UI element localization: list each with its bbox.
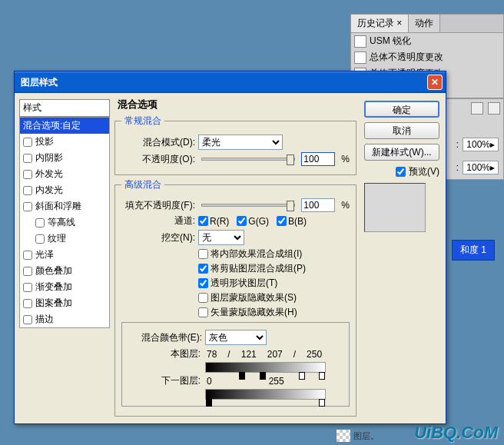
style-checkbox[interactable]	[23, 267, 32, 276]
layer-footer-text: 图层。	[353, 430, 379, 442]
history-step-icon	[354, 35, 366, 48]
opacity-input[interactable]	[301, 152, 335, 166]
dialog-title: 图层样式	[18, 76, 427, 89]
style-checkbox[interactable]	[23, 202, 32, 211]
channel-g-checkbox[interactable]	[237, 216, 247, 226]
history-step-icon	[354, 51, 366, 64]
style-inner-shadow[interactable]: 内阴影	[20, 150, 109, 166]
style-inner-glow[interactable]: 内发光	[20, 182, 109, 198]
preview-swatch	[364, 183, 426, 232]
channel-r-checkbox[interactable]	[198, 216, 208, 226]
style-checkbox[interactable]	[23, 251, 32, 260]
fill-opacity-input[interactable]	[301, 198, 335, 212]
history-item[interactable]: USM 锐化	[351, 33, 503, 49]
opacity-readout[interactable]: 100% ▸	[463, 138, 499, 151]
blend-options-title: 混合选项	[114, 98, 356, 111]
layer-style-dialog: 图层样式 ✕ 样式 混合选项:自定 投影 内阴影 外发光 内发光 斜面和浮雕 等…	[14, 71, 446, 424]
style-checkbox[interactable]	[23, 299, 32, 308]
this-layer-gradient[interactable]	[205, 362, 326, 373]
panel-icon[interactable]	[471, 102, 483, 115]
percent-label: %	[341, 154, 350, 164]
style-color-overlay[interactable]: 颜色叠加	[20, 263, 109, 279]
style-stroke[interactable]: 描边	[20, 311, 109, 327]
style-checkbox[interactable]	[23, 170, 32, 179]
knockout-label: 挖空(N):	[121, 231, 195, 244]
history-item[interactable]: 总体不透明度更改	[351, 49, 503, 65]
new-style-button[interactable]: 新建样式(W)...	[364, 144, 439, 161]
advanced-blend-legend: 高级混合	[121, 178, 164, 191]
styles-header: 样式	[19, 99, 110, 117]
style-checkbox[interactable]	[35, 218, 45, 227]
style-bevel-emboss[interactable]: 斜面和浮雕	[20, 198, 109, 214]
style-checkbox[interactable]	[23, 283, 32, 292]
this-layer-values: 78/121 207/250	[207, 349, 322, 360]
blendif-label: 混合颜色带(E):	[128, 331, 202, 344]
style-checkbox[interactable]	[23, 315, 32, 324]
style-checkbox[interactable]	[23, 138, 32, 147]
under-layer-label: 下一图层:	[151, 374, 201, 387]
general-blend-legend: 常规混合	[121, 115, 164, 128]
channel-b-checkbox[interactable]	[277, 216, 287, 226]
blend-mode-label: 混合模式(D):	[121, 136, 195, 149]
close-icon[interactable]: ✕	[427, 75, 443, 90]
preview-checkbox[interactable]	[396, 167, 406, 177]
style-contour[interactable]: 等高线	[20, 214, 109, 231]
style-pattern-overlay[interactable]: 图案叠加	[20, 295, 109, 311]
styles-list: 混合选项:自定 投影 内阴影 外发光 内发光 斜面和浮雕 等高线 纹理 光泽 颜…	[19, 117, 110, 328]
adv-check-1[interactable]	[198, 264, 208, 274]
adv-check-2[interactable]	[198, 278, 208, 288]
fill-readout[interactable]: 100% ▸	[463, 161, 499, 174]
tab-actions[interactable]: 动作	[409, 15, 440, 32]
style-checkbox[interactable]	[35, 234, 45, 244]
blend-mode-select[interactable]: 柔光	[198, 134, 283, 150]
under-layer-gradient[interactable]	[205, 389, 326, 400]
adv-check-3[interactable]	[198, 293, 208, 303]
blendif-select[interactable]: 灰色	[205, 330, 267, 345]
channels-label: 通道:	[121, 214, 195, 227]
layer-hue-sat[interactable]: 和度 1	[452, 240, 495, 261]
ok-button[interactable]: 确定	[364, 101, 439, 118]
style-gradient-overlay[interactable]: 渐变叠加	[20, 279, 109, 295]
opacity-label: 不透明度(O):	[121, 153, 195, 166]
style-outer-glow[interactable]: 外发光	[20, 166, 109, 182]
style-drop-shadow[interactable]: 投影	[20, 134, 109, 150]
fill-opacity-label: 填充不透明度(F):	[121, 199, 195, 212]
this-layer-label: 本图层:	[151, 347, 201, 360]
watermark-text: UiBQ.CoM	[414, 423, 498, 443]
blend-if-group: 混合颜色带(E): 灰色 本图层: 78/121 207/250	[121, 322, 350, 407]
fill-opacity-slider[interactable]	[201, 204, 295, 207]
knockout-select[interactable]: 无	[198, 230, 244, 245]
style-checkbox[interactable]	[23, 186, 32, 195]
advanced-blend-group: 高级混合 填充不透明度(F): % 通道: R(R) G(G) B(B) 挖空(…	[114, 178, 356, 417]
tab-history[interactable]: 历史记录 ×	[351, 15, 409, 32]
general-blend-group: 常规混合 混合模式(D): 柔光 不透明度(O): %	[114, 115, 356, 175]
cancel-button[interactable]: 取消	[364, 122, 439, 139]
style-satin[interactable]: 光泽	[20, 247, 109, 263]
adv-check-0[interactable]	[198, 249, 208, 259]
style-blending-options[interactable]: 混合选项:自定	[20, 118, 109, 134]
style-texture[interactable]: 纹理	[20, 231, 109, 247]
panel-icon[interactable]	[488, 102, 500, 115]
dialog-titlebar[interactable]: 图层样式 ✕	[15, 71, 446, 93]
style-checkbox[interactable]	[23, 154, 32, 163]
adv-check-4[interactable]	[198, 307, 208, 317]
transparency-swatch-icon	[337, 430, 350, 442]
opacity-slider[interactable]	[201, 158, 295, 161]
